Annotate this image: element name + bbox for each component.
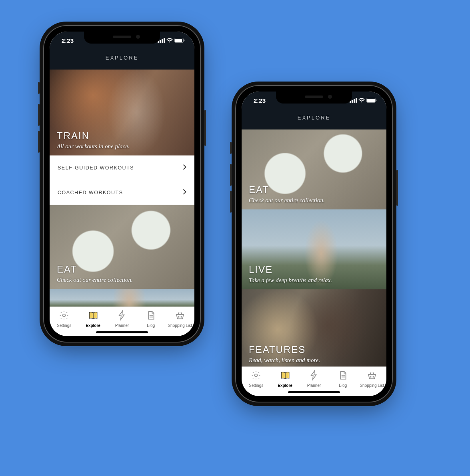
card-live[interactable]: LIVE Take a few deep breaths and relax. (242, 209, 386, 289)
svg-point-7 (63, 314, 66, 317)
tab-shopping-list[interactable]: Shopping List (359, 370, 385, 388)
home-indicator[interactable] (288, 391, 340, 393)
volume-up-button (38, 104, 40, 126)
power-button (396, 170, 398, 206)
chevron-right-icon (183, 189, 186, 196)
status-time: 2:23 (254, 97, 266, 104)
card-eat[interactable]: EAT Check out our entire collection. (50, 205, 194, 289)
row-label: SELF-GUIDED WORKOUTS (58, 165, 134, 171)
tab-bar: Settings Explore Planner Blog Shopping L… (50, 307, 194, 336)
card-train-subtitle: All our workouts in one place. (57, 143, 130, 150)
row-self-guided-workouts[interactable]: SELF-GUIDED WORKOUTS (50, 155, 194, 180)
silence-switch (230, 142, 232, 154)
phone-mockup-2: 2:23 EXPLORE EAT Check out our entire co… (236, 86, 392, 402)
card-eat-title: EAT (57, 264, 133, 275)
svg-rect-5 (175, 39, 182, 42)
row-coached-workouts[interactable]: COACHED WORKOUTS (50, 180, 194, 205)
gear-icon (59, 310, 69, 322)
svg-rect-9 (352, 100, 353, 103)
svg-rect-11 (356, 98, 357, 103)
tab-blog[interactable]: Blog (138, 310, 164, 328)
card-eat[interactable]: EAT Check out our entire collection. (242, 129, 386, 209)
volume-down-button (230, 191, 232, 213)
tab-label: Explore (86, 323, 100, 328)
card-train[interactable]: TRAIN All our workouts in one place. (50, 70, 194, 155)
tab-planner[interactable]: Planner (301, 370, 327, 388)
notch (276, 92, 352, 104)
tab-label: Blog (147, 323, 155, 328)
lightning-icon (117, 310, 127, 322)
battery-icon (174, 37, 185, 44)
power-button (204, 110, 206, 146)
svg-rect-3 (164, 38, 165, 43)
basket-icon (367, 370, 377, 382)
document-icon (338, 370, 348, 382)
card-eat-title: EAT (249, 184, 325, 195)
card-features[interactable]: FEATURES Read, watch, listen and more. (242, 289, 386, 366)
svg-rect-10 (354, 99, 355, 103)
gear-icon (251, 370, 261, 382)
tab-label: Blog (339, 383, 347, 388)
tab-settings[interactable]: Settings (51, 310, 77, 328)
battery-icon (366, 97, 377, 104)
card-features-title: FEATURES (249, 344, 320, 355)
svg-rect-1 (160, 40, 161, 43)
tab-label: Shopping List (168, 323, 192, 328)
tab-explore[interactable]: Explore (272, 370, 298, 388)
header-title: EXPLORE (298, 115, 330, 121)
tab-settings[interactable]: Settings (243, 370, 269, 388)
wifi-icon (358, 97, 365, 104)
svg-rect-6 (184, 40, 185, 41)
tab-label: Planner (307, 383, 321, 388)
status-time: 2:23 (62, 37, 74, 44)
header-title: EXPLORE (106, 55, 138, 61)
card-live-image (50, 289, 194, 307)
tab-explore[interactable]: Explore (80, 310, 106, 328)
tab-label: Planner (115, 323, 129, 328)
phone-mockup-1: 2:23 EXPLORE TRAIN All our workouts in o… (44, 26, 200, 342)
book-icon (88, 310, 98, 322)
tab-label: Settings (249, 383, 263, 388)
card-live-subtitle: Take a few deep breaths and relax. (249, 277, 332, 284)
volume-up-button (230, 164, 232, 186)
svg-rect-2 (162, 39, 163, 43)
tab-label: Settings (57, 323, 71, 328)
tab-bar: Settings Explore Planner Blog Shopping L… (242, 366, 386, 396)
notch (84, 32, 160, 44)
silence-switch (38, 82, 40, 94)
lightning-icon (309, 370, 319, 382)
card-eat-subtitle: Check out our entire collection. (57, 277, 133, 283)
wifi-icon (166, 37, 173, 44)
card-features-subtitle: Read, watch, listen and more. (249, 357, 320, 364)
tab-blog[interactable]: Blog (330, 370, 356, 388)
svg-rect-14 (376, 100, 377, 101)
tab-shopping-list[interactable]: Shopping List (167, 310, 193, 328)
svg-rect-13 (367, 99, 375, 102)
chevron-right-icon (183, 164, 186, 171)
volume-down-button (38, 131, 40, 153)
tab-label: Explore (278, 383, 292, 388)
svg-point-15 (255, 374, 258, 377)
card-eat-subtitle: Check out our entire collection. (249, 197, 325, 204)
tab-planner[interactable]: Planner (109, 310, 135, 328)
tab-label: Shopping List (360, 383, 384, 388)
card-train-title: TRAIN (57, 130, 130, 141)
document-icon (146, 310, 156, 322)
card-live-peek[interactable] (50, 289, 194, 307)
basket-icon (175, 310, 185, 322)
book-icon (280, 370, 290, 382)
row-label: COACHED WORKOUTS (58, 190, 123, 195)
screen-header: EXPLORE (50, 49, 194, 70)
home-indicator[interactable] (96, 331, 148, 333)
card-live-title: LIVE (249, 264, 332, 275)
screen-header: EXPLORE (242, 109, 386, 129)
